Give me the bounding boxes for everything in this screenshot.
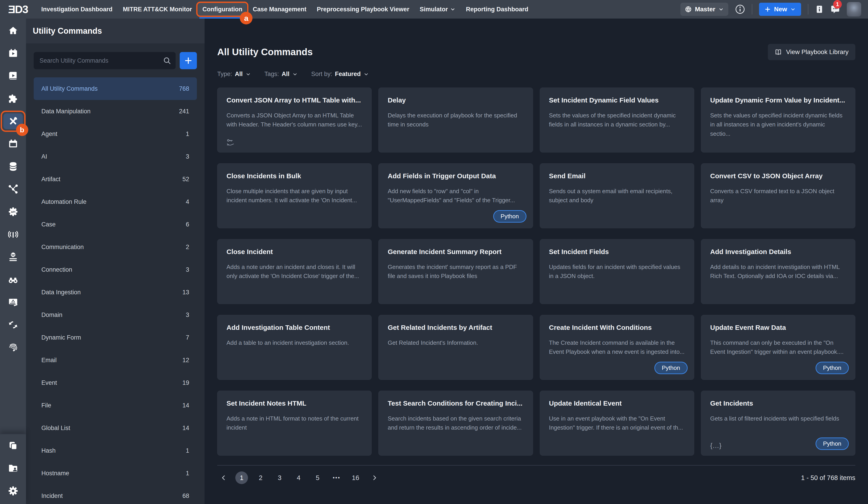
command-card[interactable]: Add Fields in Trigger Output Data Add ne… bbox=[379, 163, 533, 228]
command-card[interactable]: Create Incident With Conditions The Crea… bbox=[540, 315, 694, 380]
command-title: Close Incidents in Bulk bbox=[227, 172, 362, 180]
category-item[interactable]: All Utility Commands 768 bbox=[34, 77, 197, 100]
category-item[interactable]: Incident 68 bbox=[34, 485, 197, 504]
data-store-icon[interactable] bbox=[0, 155, 26, 178]
command-card[interactable]: Close Incidents in Bulk Close multiple i… bbox=[217, 163, 372, 228]
command-card[interactable]: Get Related Incidents by Artifact Get Re… bbox=[379, 315, 533, 380]
search-icon[interactable] bbox=[163, 57, 171, 65]
site-selector[interactable]: Master bbox=[680, 3, 728, 16]
copy-icon[interactable] bbox=[0, 434, 26, 457]
playbook-viewer-icon[interactable] bbox=[0, 65, 26, 87]
home-icon[interactable] bbox=[0, 19, 26, 42]
investigations-binoculars-icon[interactable] bbox=[0, 268, 26, 291]
top-bar: ƎD3 Investigation Dashboard MITRE ATT&CK… bbox=[0, 0, 868, 19]
command-card[interactable]: Set Incident Dynamic Field Values Sets t… bbox=[540, 88, 694, 152]
category-item[interactable]: Event 19 bbox=[34, 371, 197, 394]
filter-dropdown[interactable]: Tags: All bbox=[265, 71, 298, 78]
command-card[interactable]: Set Incident Notes HTML Adds a note in H… bbox=[217, 391, 372, 456]
command-title: Generate Incident Summary Report bbox=[388, 248, 524, 255]
main-header: All Utility Commands View Playbook Libra… bbox=[217, 44, 855, 60]
user-folder-icon[interactable] bbox=[0, 457, 26, 480]
event-intake-antenna-icon[interactable] bbox=[0, 223, 26, 246]
calendar-icon[interactable] bbox=[0, 133, 26, 155]
next-page-button[interactable] bbox=[368, 472, 381, 484]
settings-gear-icon[interactable] bbox=[0, 480, 26, 502]
command-card[interactable]: Add Investigation Table Content Add a ta… bbox=[217, 315, 372, 380]
command-description: Updates fields for an incident with spec… bbox=[549, 262, 685, 281]
page-button[interactable]: 2 bbox=[254, 472, 267, 484]
page-button[interactable]: 16 bbox=[349, 472, 362, 484]
nav-item[interactable]: Preprocessing Playbook Viewer bbox=[311, 0, 414, 19]
top-bar-right: Master New 1 bbox=[680, 2, 861, 17]
command-card[interactable]: Close Incident Adds a note under an inci… bbox=[217, 239, 372, 304]
nav-item[interactable]: Simulator bbox=[415, 0, 461, 19]
category-item[interactable]: Email 12 bbox=[34, 349, 197, 371]
avatar[interactable] bbox=[847, 2, 861, 17]
nav-item[interactable]: MITRE ATT&CK Monitor bbox=[117, 0, 197, 19]
category-item[interactable]: Agent 1 bbox=[34, 123, 197, 145]
command-card[interactable]: Convert CSV to JSON Object Array Convert… bbox=[701, 163, 855, 228]
command-title: Add Fields in Trigger Output Data bbox=[388, 172, 524, 180]
annotation-label-a: a bbox=[240, 12, 252, 24]
command-card[interactable]: Set Incident Fields Updates fields for a… bbox=[540, 239, 694, 304]
category-item[interactable]: Communication 2 bbox=[34, 236, 197, 258]
category-item[interactable]: File 14 bbox=[34, 394, 197, 417]
category-count: 3 bbox=[186, 312, 189, 319]
category-item[interactable]: Dynamic Form 7 bbox=[34, 326, 197, 349]
category-item[interactable]: Data Ingestion 13 bbox=[34, 281, 197, 304]
add-command-button[interactable] bbox=[180, 52, 197, 69]
pagination-bar: 12345•••16 1 - 50 of 768 items bbox=[217, 465, 855, 484]
page-button[interactable]: 1 bbox=[235, 472, 248, 484]
page-button[interactable]: 5 bbox=[311, 472, 324, 484]
category-item[interactable]: Case 6 bbox=[34, 213, 197, 236]
category-item[interactable]: AI 3 bbox=[34, 145, 197, 168]
command-card[interactable]: Update Event Raw Data This command can o… bbox=[701, 315, 855, 380]
command-card[interactable]: Test Search Conditions for Creating Inci… bbox=[379, 391, 533, 456]
command-card[interactable]: Add Investigation Details Add details to… bbox=[701, 239, 855, 304]
new-button[interactable]: New bbox=[759, 3, 801, 16]
release-notes-icon[interactable] bbox=[815, 5, 824, 13]
category-item[interactable]: Domain 3 bbox=[34, 304, 197, 326]
incident-forms-icon[interactable] bbox=[0, 291, 26, 313]
command-card[interactable]: Convert JSON Array to HTML Table with...… bbox=[217, 88, 372, 152]
command-card[interactable]: Send Email Sends out a system email with… bbox=[540, 163, 694, 228]
command-card[interactable]: Update Identical Event Use in an event p… bbox=[540, 391, 694, 456]
category-item[interactable]: Data Manipulation 241 bbox=[34, 100, 197, 123]
filter-label: Type: bbox=[217, 71, 232, 78]
category-item[interactable]: Hash 1 bbox=[34, 439, 197, 462]
filter-dropdown[interactable]: Type: All bbox=[217, 71, 251, 78]
nav-item[interactable]: Investigation Dashboard bbox=[36, 0, 117, 19]
playbook-schedule-icon[interactable] bbox=[0, 42, 26, 65]
page-button[interactable]: ••• bbox=[330, 472, 343, 484]
command-card[interactable]: Get Incidents Gets a list of filtered in… bbox=[701, 391, 855, 456]
integrations-puzzle-icon[interactable] bbox=[0, 87, 26, 110]
utility-commands-tools-icon[interactable]: b bbox=[0, 110, 26, 133]
command-card[interactable]: Generate Incident Summary Report Generat… bbox=[379, 239, 533, 304]
command-card[interactable]: Delay Delays the execution of playbook f… bbox=[379, 88, 533, 152]
command-card[interactable]: Update Dynamic Form Value by Incident...… bbox=[701, 88, 855, 152]
page-button[interactable]: 4 bbox=[292, 472, 305, 484]
page-button[interactable]: 3 bbox=[273, 472, 286, 484]
category-label: File bbox=[41, 402, 51, 409]
info-icon[interactable] bbox=[735, 4, 745, 14]
messages-icon[interactable]: 1 bbox=[830, 4, 840, 14]
nav-item[interactable]: Case Management bbox=[248, 0, 311, 19]
fingerprint-icon[interactable] bbox=[0, 336, 26, 359]
connections-network-icon[interactable] bbox=[0, 178, 26, 200]
category-item[interactable]: Artifact 52 bbox=[34, 168, 197, 191]
d3-logo[interactable]: ƎD3 bbox=[8, 3, 28, 16]
category-item[interactable]: Global List 14 bbox=[34, 417, 197, 439]
sync-icon[interactable] bbox=[0, 313, 26, 336]
category-item[interactable]: Connection 3 bbox=[34, 258, 197, 281]
view-playbook-library-button[interactable]: View Playbook Library bbox=[768, 44, 855, 60]
category-item[interactable]: Automation Rule 4 bbox=[34, 191, 197, 213]
filter-dropdown[interactable]: Sort by: Featured bbox=[311, 71, 369, 78]
chevron-down-icon bbox=[450, 7, 455, 12]
nav-item[interactable]: Configuration a bbox=[197, 0, 248, 19]
global-lists-globe-icon[interactable] bbox=[0, 246, 26, 268]
nav-item[interactable]: Reporting Dashboard bbox=[461, 0, 534, 19]
previous-page-button[interactable] bbox=[217, 472, 230, 484]
category-item[interactable]: Hostname 1 bbox=[34, 462, 197, 485]
api-gear-icon[interactable]: API bbox=[0, 200, 26, 223]
search-input[interactable] bbox=[34, 52, 176, 69]
